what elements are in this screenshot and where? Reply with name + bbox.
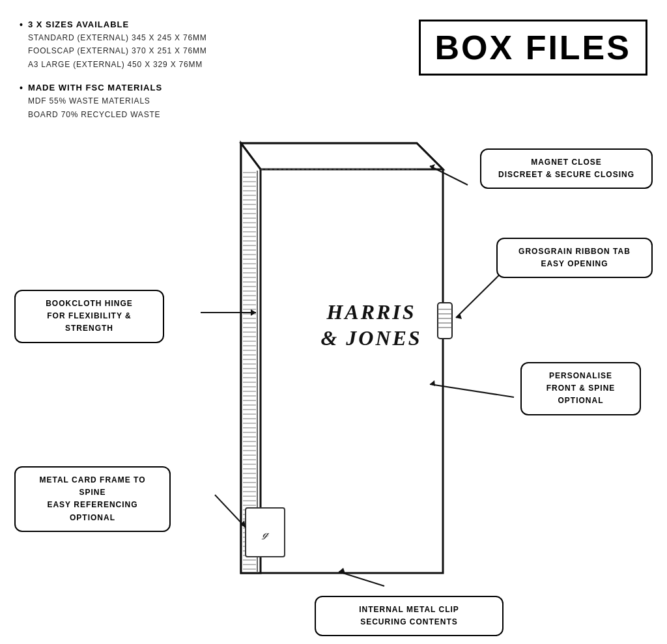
materials-title: MADE WITH FSC MATERIALS [28,83,162,92]
svg-line-103 [430,166,468,185]
grosgrain-callout: GROSGRAIN RIBBON TAB EASY OPENING [496,238,653,278]
svg-marker-2 [241,143,261,573]
magnet-close-callout: MAGNET CLOSE DISCREET & SECURE CLOSING [480,148,653,189]
bullet-dot-1: • [20,20,23,30]
svg-marker-110 [251,309,256,316]
svg-text:HARRIS: HARRIS [326,300,416,324]
svg-text:& JONES: & JONES [320,326,421,350]
info-section: • 3 X SIZES AVAILABLE STANDARD (EXTERNAL… [20,20,267,133]
internalclip-text: INTERNAL METAL CLIP SECURING CONTENTS [326,604,492,628]
metalcard-text: METAL CARD FRAME TO SPINE EASY REFERENCI… [26,474,159,524]
svg-line-113 [339,572,384,586]
svg-line-107 [430,384,514,397]
metalcard-callout: METAL CARD FRAME TO SPINE EASY REFERENCI… [14,466,171,532]
personalise-text: PERSONALISE FRONT & SPINE OPTIONAL [532,370,629,408]
personalise-callout: PERSONALISE FRONT & SPINE OPTIONAL [520,362,641,415]
magnet-close-text: MAGNET CLOSE DISCREET & SECURE CLOSING [492,156,641,181]
svg-marker-0 [241,143,443,573]
svg-rect-94 [438,303,452,339]
svg-marker-104 [430,164,435,170]
svg-marker-112 [240,520,246,527]
svg-marker-114 [339,568,345,574]
bullet-dot-2: • [20,83,23,93]
svg-marker-108 [430,380,435,386]
svg-marker-1 [241,143,443,169]
internalclip-callout: INTERNAL METAL CLIP SECURING CONTENTS [315,596,504,636]
grosgrain-text: GROSGRAIN RIBBON TAB EASY OPENING [508,245,641,270]
sizes-detail: STANDARD (EXTERNAL) 345 X 245 X 76MM FOO… [28,31,207,71]
bookcloth-text: BOOKCLOTH HINGE FOR FLEXIBILITY & STRENG… [26,298,152,335]
svg-marker-106 [456,313,462,319]
sizes-title: 3 X SIZES AVAILABLE [28,20,207,29]
title-box: BOX FILES [419,20,647,76]
materials-detail: MDF 55% WASTE MATERIALS BOARD 70% RECYCL… [28,94,162,121]
sizes-bullet: • 3 X SIZES AVAILABLE STANDARD (EXTERNAL… [20,20,267,71]
svg-rect-100 [246,508,285,557]
materials-bullet: • MADE WITH FSC MATERIALS MDF 55% WASTE … [20,83,267,121]
svg-line-111 [215,495,246,527]
svg-text:ℊ: ℊ [261,527,270,540]
bookcloth-callout: BOOKCLOTH HINGE FOR FLEXIBILITY & STRENG… [14,290,164,343]
page-title: BOX FILES [435,29,631,66]
